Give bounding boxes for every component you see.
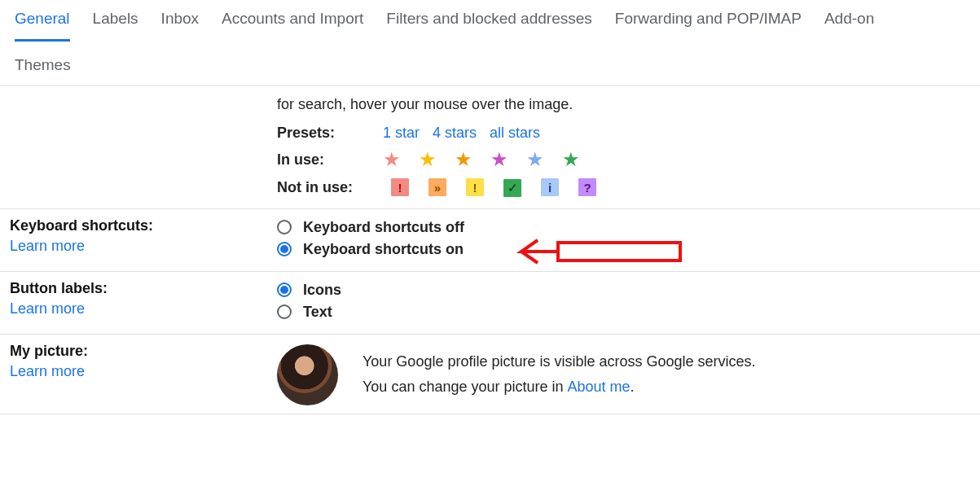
presets-label: Presets: — [277, 125, 383, 142]
radio-label-icons: Icons — [303, 282, 341, 299]
keyboard-learn-more-link[interactable]: Learn more — [10, 238, 85, 255]
preset-1star[interactable]: 1 star — [383, 125, 420, 142]
my-picture-title: My picture: — [10, 343, 277, 360]
tab-inbox[interactable]: Inbox — [161, 10, 199, 42]
radio-buttonlabels-text[interactable] — [277, 304, 292, 319]
radio-keyboard-off[interactable] — [277, 220, 292, 234]
star-notinuse-5[interactable]: ? — [578, 178, 596, 196]
tab-addons[interactable]: Add-on — [824, 10, 874, 42]
tab-general[interactable]: General — [15, 10, 70, 42]
star-notinuse-2[interactable]: ! — [466, 178, 484, 196]
radio-keyboard-on[interactable] — [277, 242, 292, 256]
radio-buttonlabels-icons[interactable] — [277, 282, 292, 297]
radio-label-keyboard-on: Keyboard shortcuts on — [303, 241, 464, 258]
notinuse-label: Not in use: — [277, 179, 383, 196]
annotation-arrow-icon — [513, 235, 692, 268]
section-my-picture: My picture: Learn more Your Google profi… — [0, 335, 980, 414]
tab-themes[interactable]: Themes — [15, 56, 71, 73]
tab-filters[interactable]: Filters and blocked addresses — [386, 10, 591, 42]
button-labels-title: Button labels: — [10, 280, 277, 297]
tab-accounts[interactable]: Accounts and Import — [222, 10, 363, 42]
tab-labels[interactable]: Labels — [93, 10, 138, 42]
star-inuse-1[interactable]: ★ — [419, 148, 437, 170]
radio-label-keyboard-off: Keyboard shortcuts off — [303, 219, 464, 236]
star-inuse-3[interactable]: ★ — [490, 148, 508, 170]
svg-rect-0 — [558, 243, 680, 261]
star-notinuse-3[interactable]: ✓ — [503, 179, 521, 197]
preset-4stars[interactable]: 4 stars — [433, 125, 477, 142]
about-me-link[interactable]: About me — [568, 374, 631, 400]
settings-tabs: General Labels Inbox Accounts and Import… — [0, 0, 980, 42]
tab-forwarding[interactable]: Forwarding and POP/IMAP — [615, 10, 802, 42]
section-button-labels: Button labels: Learn more Icons Text — [0, 272, 980, 335]
keyboard-shortcuts-title: Keyboard shortcuts: — [10, 217, 277, 234]
avatar[interactable] — [277, 344, 338, 405]
preset-allstars[interactable]: all stars — [490, 125, 540, 142]
inuse-label: In use: — [277, 151, 383, 169]
picture-description: Your Google profile picture is visible a… — [363, 349, 756, 399]
star-notinuse-4[interactable]: i — [541, 178, 559, 196]
stars-hint-text: for search, hover your mouse over the im… — [277, 96, 972, 125]
section-stars: for search, hover your mouse over the im… — [0, 86, 980, 209]
star-notinuse-1[interactable]: » — [428, 178, 446, 196]
star-inuse-5[interactable]: ★ — [562, 148, 580, 170]
star-inuse-2[interactable]: ★ — [455, 148, 472, 170]
star-notinuse-0[interactable]: ! — [391, 178, 409, 196]
radio-label-text: Text — [303, 304, 332, 321]
star-inuse-4[interactable]: ★ — [526, 148, 544, 170]
buttonlabels-learn-more-link[interactable]: Learn more — [10, 300, 85, 317]
section-keyboard-shortcuts: Keyboard shortcuts: Learn more Keyboard … — [0, 209, 980, 272]
picture-learn-more-link[interactable]: Learn more — [10, 363, 85, 380]
star-inuse-0[interactable]: ★ — [383, 148, 401, 170]
